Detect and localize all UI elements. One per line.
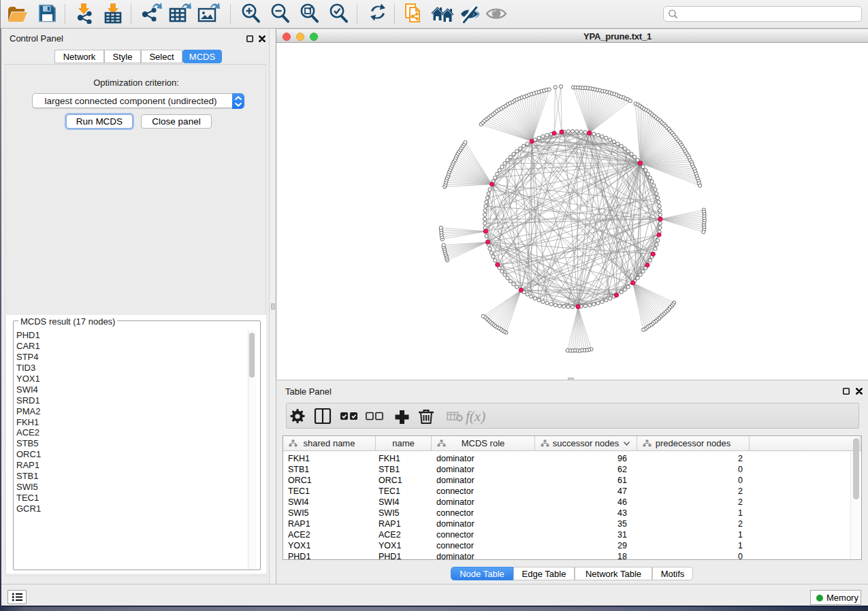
svg-text:f(x): f(x) [466,408,485,425]
